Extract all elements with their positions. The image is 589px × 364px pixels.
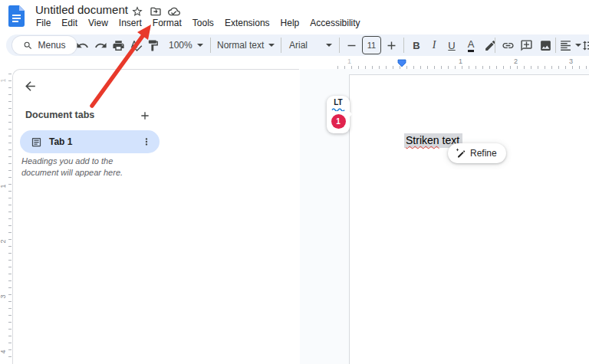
indent-marker[interactable] — [397, 59, 406, 67]
back-arrow-icon — [23, 79, 38, 93]
chevron-down-icon — [197, 44, 203, 47]
close-sidebar-button[interactable] — [21, 77, 38, 94]
paragraph-style-select[interactable]: Normal text — [217, 36, 275, 54]
spellcheck-icon — [130, 39, 143, 52]
redo-button[interactable] — [91, 36, 110, 54]
undo-button[interactable] — [73, 36, 91, 54]
font-family-select[interactable]: Arial — [289, 36, 332, 54]
menu-bar: File Edit View Insert Format Tools Exten… — [31, 16, 366, 30]
document-title[interactable]: Untitled document — [35, 3, 128, 16]
menu-format[interactable]: Format — [147, 16, 187, 30]
align-select[interactable] — [559, 36, 581, 54]
chevron-down-icon — [268, 44, 275, 47]
refine-button[interactable]: Refine — [448, 143, 506, 163]
menu-edit[interactable]: Edit — [56, 16, 83, 30]
squiggle-icon — [331, 107, 345, 111]
tab-label: Tab 1 — [49, 136, 141, 147]
languagetool-widget[interactable]: LT 1 — [327, 96, 350, 133]
redo-icon — [94, 39, 107, 52]
menu-help[interactable]: Help — [275, 16, 305, 30]
toolbar-divider — [555, 38, 556, 53]
paragraph-style-value: Normal text — [217, 40, 264, 51]
languagetool-logo: LT — [334, 99, 342, 107]
zoom-select[interactable]: 100% — [169, 36, 203, 54]
minus-icon — [345, 39, 358, 52]
menus-label: Menus — [38, 40, 65, 51]
comment-plus-icon — [520, 39, 533, 52]
insert-image-button[interactable] — [536, 36, 554, 54]
toolbar-divider — [339, 38, 340, 53]
tab-options-button[interactable] — [141, 136, 152, 147]
toolbar-divider — [403, 38, 404, 53]
paint-roller-icon — [146, 39, 160, 52]
add-tab-button[interactable] — [137, 107, 153, 124]
ruler-number: 3 — [569, 57, 573, 65]
sidebar-tab-1[interactable]: Tab 1 — [20, 130, 160, 153]
line-spacing-icon — [582, 39, 589, 52]
ruler-ticks — [8, 74, 12, 363]
paint-format-button[interactable] — [143, 36, 162, 54]
menu-tools[interactable]: Tools — [187, 16, 219, 30]
plus-icon — [385, 39, 398, 52]
text-color-button[interactable]: A — [462, 36, 480, 54]
toolbar-divider — [281, 38, 281, 53]
search-icon — [23, 41, 33, 51]
ruler-number: 2 — [514, 57, 518, 65]
plus-icon — [139, 110, 151, 122]
print-icon — [112, 39, 125, 52]
spelling-check-button[interactable] — [127, 36, 145, 54]
google-docs-logo-icon[interactable] — [8, 5, 25, 27]
insert-link-button[interactable] — [499, 36, 517, 54]
decrease-font-size-button[interactable] — [342, 36, 360, 54]
toolbar-divider — [495, 38, 495, 53]
menu-extensions[interactable]: Extensions — [219, 16, 275, 30]
vertical-ruler[interactable]: 1 1 2 3 4 — [0, 69, 12, 364]
bold-button[interactable]: B — [407, 36, 426, 54]
menu-accessibility[interactable]: Accessibility — [304, 16, 365, 30]
print-button[interactable] — [109, 36, 127, 54]
line-spacing-button[interactable] — [579, 36, 589, 54]
ruler-number: 1 — [459, 57, 462, 65]
ruler-number: 1 — [0, 78, 7, 82]
toolbar-divider — [210, 38, 211, 53]
three-dots-vertical-icon — [141, 136, 152, 147]
add-comment-button[interactable] — [517, 36, 535, 54]
ruler-number: 1 — [0, 184, 7, 188]
zoom-value: 100% — [169, 40, 192, 51]
ruler-number: 2 — [0, 239, 7, 243]
refine-pencil-spark-icon — [455, 148, 466, 159]
italic-button[interactable]: I — [425, 36, 443, 54]
increase-font-size-button[interactable] — [382, 36, 400, 54]
ruler-number: 1 — [347, 57, 351, 65]
font-family-value: Arial — [289, 40, 315, 51]
menu-insert[interactable]: Insert — [114, 16, 147, 30]
chevron-down-icon — [326, 44, 332, 47]
sidebar-title: Document tabs — [25, 110, 94, 120]
text-color-a-glyph: A — [468, 39, 475, 52]
link-icon — [502, 39, 515, 52]
refine-label: Refine — [470, 148, 497, 159]
ruler-number: 4 — [0, 349, 7, 353]
menus-search-button[interactable]: Menus — [12, 36, 77, 54]
underline-button[interactable]: U — [443, 36, 461, 54]
align-left-icon — [559, 39, 572, 52]
error-count-badge[interactable]: 1 — [331, 114, 346, 129]
ruler-ticks — [337, 66, 589, 69]
google-docs-window: Untitled document File Edit View Insert … — [0, 0, 589, 364]
font-size-input[interactable]: 11 — [362, 36, 381, 54]
horizontal-ruler[interactable]: 1 1 2 3 — [337, 58, 589, 69]
misspelled-word[interactable]: Striken — [406, 134, 439, 146]
menu-file[interactable]: File — [31, 16, 56, 30]
sidebar-hint-text: Headings you add to the document will ap… — [21, 156, 149, 179]
image-icon — [539, 39, 552, 52]
menu-view[interactable]: View — [83, 16, 114, 30]
undo-icon — [76, 39, 89, 52]
document-page[interactable] — [349, 74, 589, 364]
highlight-color-button[interactable] — [481, 36, 499, 54]
toolbar: Menus 100% Normal text Arial — [6, 34, 589, 56]
ruler-number: 3 — [0, 294, 7, 298]
tab-document-icon — [31, 136, 42, 148]
